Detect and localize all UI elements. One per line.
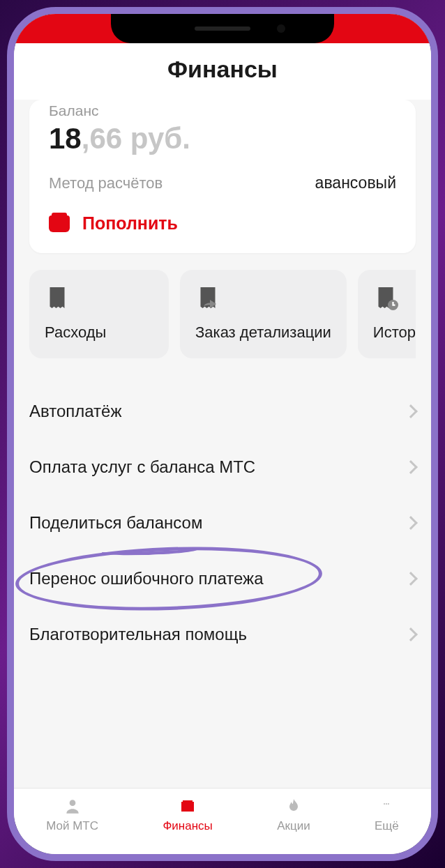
wallet-icon [177, 797, 198, 815]
menu-item-charity[interactable]: Благотворительная помощь [29, 607, 416, 662]
menu-item-autopay[interactable]: Автоплатёж [29, 383, 416, 439]
tab-promo[interactable]: Акции [277, 797, 310, 833]
chevron-right-icon [404, 404, 418, 418]
balance-label: Баланс [49, 102, 396, 119]
menu-item-label: Автоплатёж [29, 402, 122, 421]
tab-label: Финансы [163, 819, 212, 833]
tab-label: Акции [277, 819, 310, 833]
svg-point-2 [190, 805, 193, 808]
chevron-right-icon [404, 572, 418, 586]
tab-label: Мой МТС [46, 819, 98, 833]
menu-item-label: Перенос ошибочного платежа [29, 569, 264, 588]
svg-point-4 [386, 803, 387, 805]
tile-label: Расходы [45, 323, 153, 343]
phone-frame: Финансы Баланс 18,66 руб. Метод расчётов… [7, 7, 438, 861]
menu-item-share-balance[interactable]: Поделиться балансом [29, 495, 416, 551]
balance-fraction: ,66 руб. [82, 122, 190, 155]
tab-my-mts[interactable]: Мой МТС [46, 797, 98, 833]
chevron-right-icon [404, 516, 418, 530]
balance-amount: 18,66 руб. [49, 122, 396, 155]
wallet-icon [49, 215, 70, 232]
svg-point-5 [388, 803, 389, 805]
balance-card: Баланс 18,66 руб. Метод расчётов авансов… [29, 100, 416, 253]
topup-button[interactable]: Пополнить [49, 213, 396, 234]
tab-more[interactable]: Ещё [375, 797, 399, 833]
phone-camera [277, 24, 285, 33]
tile-expenses[interactable]: Расходы [29, 270, 169, 358]
balance-method-row: Метод расчётов авансовый [49, 174, 396, 192]
tile-detalization[interactable]: Заказ детализации [180, 270, 347, 358]
menu-item-label: Благотворительная помощь [29, 625, 247, 644]
menu-item-label: Оплата услуг с баланса МТС [29, 457, 255, 477]
tile-label: Заказ детализации [195, 323, 331, 343]
phone-speaker [195, 26, 250, 31]
receipt-share-icon [195, 285, 220, 310]
svg-point-3 [384, 803, 385, 805]
topup-label: Пополнить [82, 213, 178, 234]
balance-method-value: авансовый [315, 174, 396, 192]
more-icon [376, 797, 397, 815]
tiles-row[interactable]: Расходы Заказ детализации Истор плате [29, 270, 416, 358]
receipt-clock-icon [373, 285, 398, 310]
tab-finance[interactable]: Финансы [163, 797, 212, 833]
app-screen: Финансы Баланс 18,66 руб. Метод расчётов… [14, 14, 431, 854]
menu-list: Автоплатёж Оплата услуг с баланса МТС По… [29, 383, 416, 662]
person-icon [62, 797, 83, 815]
menu-item-pay-services[interactable]: Оплата услуг с баланса МТС [29, 439, 416, 495]
phone-notch [111, 14, 334, 43]
tile-label: Истор плате [373, 323, 416, 343]
receipt-icon [45, 285, 70, 310]
balance-method-label: Метод расчётов [49, 174, 163, 192]
svg-point-1 [69, 800, 75, 806]
menu-item-transfer-error-payment[interactable]: Перенос ошибочного платежа [29, 551, 416, 607]
content: Баланс 18,66 руб. Метод расчётов авансов… [14, 100, 431, 788]
flame-icon [283, 797, 304, 815]
chevron-right-icon [404, 460, 418, 474]
tab-label: Ещё [375, 819, 399, 833]
balance-integer: 18 [49, 122, 82, 155]
tile-history[interactable]: Истор плате [358, 270, 416, 358]
chevron-right-icon [404, 627, 418, 641]
menu-item-label: Поделиться балансом [29, 513, 202, 533]
page-title: Финансы [14, 43, 431, 100]
tab-bar: Мой МТС Финансы Акции Ещё [14, 788, 431, 854]
